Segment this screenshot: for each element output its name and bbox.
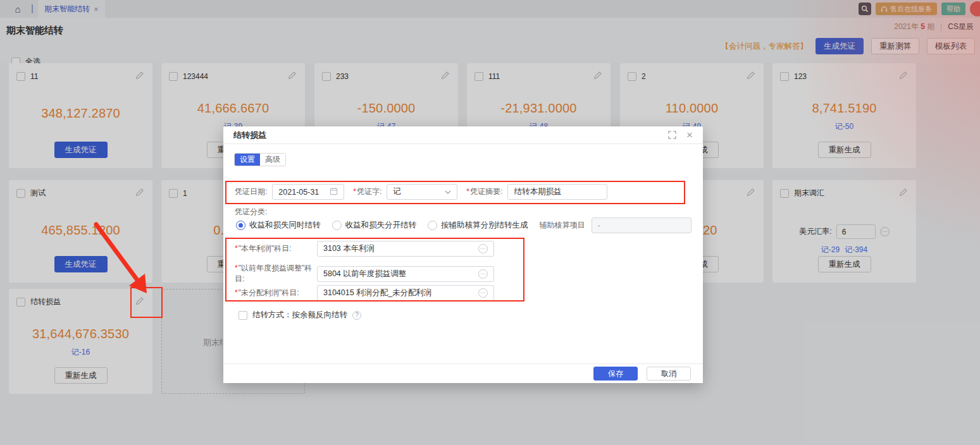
account-picker-icon[interactable]: ⋯ — [478, 244, 488, 253]
prior-adjust-account-input[interactable]: 5804 以前年度损益调整 ⋯ — [317, 266, 494, 282]
cancel-button[interactable]: 取消 — [647, 367, 691, 381]
voucher-basic-row: 凭证日期: 2021-05-31 *凭证字: 记 *凭证摘要: 结转本期损益 — [235, 184, 607, 200]
radio-simultaneous[interactable] — [236, 221, 245, 230]
prior-adjust-account-label: *"以前年度损益调整"科目: — [235, 263, 317, 284]
voucher-summary-input[interactable]: 结转本期损益 — [507, 184, 607, 200]
method-checkbox[interactable] — [239, 311, 247, 320]
voucher-word-select[interactable]: 记 — [387, 184, 457, 200]
radio-simultaneous-label: 收益和损失同时结转 — [249, 220, 321, 231]
calendar-icon[interactable] — [330, 187, 338, 197]
undistributed-account-row: *"未分配利润"科目: 3104015 利润分配_未分配利润 ⋯ — [235, 285, 494, 301]
voucher-summary-label: *凭证摘要: — [466, 186, 502, 197]
profit-account-input[interactable]: 3103 本年利润 ⋯ — [317, 241, 494, 257]
method-label: 结转方式：按余额反向结转 — [252, 310, 347, 320]
prior-adjust-account-row: *"以前年度损益调整"科目: 5804 以前年度损益调整 ⋯ — [235, 263, 494, 284]
fullscreen-icon[interactable] — [668, 131, 676, 139]
undistributed-account-label: *"未分配利润"科目: — [235, 288, 317, 298]
radio-by-auxiliary-label: 按辅助核算分别结转生成 — [441, 220, 528, 231]
modal-tabs: 设置 高级 — [234, 153, 286, 166]
radio-by-auxiliary[interactable] — [428, 221, 437, 230]
tab-settings[interactable]: 设置 — [235, 154, 260, 166]
carryover-method-row: 结转方式：按余额反向结转 ? — [239, 310, 361, 320]
voucher-category-label: 凭证分类: — [235, 207, 267, 217]
aux-item-label: 辅助核算项目 — [540, 220, 585, 231]
undistributed-account-input[interactable]: 3104015 利润分配_未分配利润 ⋯ — [317, 285, 494, 301]
chevron-down-icon — [445, 188, 451, 197]
profit-account-row: *"本年利润"科目: 3103 本年利润 ⋯ — [235, 241, 494, 257]
aux-item-input: - — [592, 217, 692, 233]
carryover-pl-modal: 结转损益 × 设置 高级 凭证日期: 2021-05-31 *凭证字: 记 *凭… — [223, 126, 703, 383]
modal-title: 结转损益 — [233, 130, 266, 141]
modal-header: 结转损益 × — [223, 126, 703, 144]
voucher-date-input[interactable]: 2021-05-31 — [272, 184, 344, 200]
tab-advanced[interactable]: 高级 — [260, 154, 285, 166]
modal-footer: 保存 取消 — [223, 363, 703, 383]
radio-separate-label: 收益和损失分开结转 — [345, 220, 417, 231]
profit-account-label: *"本年利润"科目: — [235, 243, 317, 254]
account-picker-icon[interactable]: ⋯ — [478, 288, 488, 298]
save-button[interactable]: 保存 — [593, 367, 638, 381]
help-circle-icon[interactable]: ? — [352, 311, 361, 320]
voucher-word-label: *凭证字: — [353, 186, 381, 197]
account-picker-icon[interactable]: ⋯ — [478, 269, 488, 279]
page: ⌂ 期末智能结转 × 售后在线服务 帮助 期末智能结转 全选 — [0, 0, 980, 445]
voucher-category-radios: 收益和损失同时结转 收益和损失分开结转 按辅助核算分别结转生成 辅助核算项目 - — [236, 217, 692, 233]
radio-separate[interactable] — [332, 221, 342, 230]
voucher-date-label: 凭证日期: — [235, 186, 267, 197]
close-icon[interactable]: × — [686, 130, 693, 140]
